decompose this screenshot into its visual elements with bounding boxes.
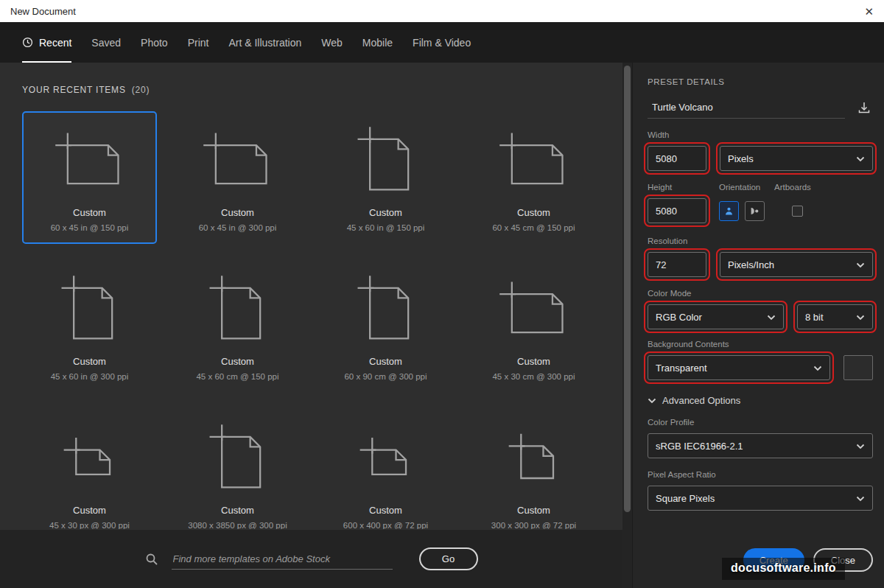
document-preset-icon	[496, 117, 572, 206]
tab-print[interactable]: Print	[188, 22, 209, 63]
background-color-swatch[interactable]	[843, 355, 873, 380]
recent-item-card[interactable]: Custom 45 x 60 in @ 300 ppi	[22, 260, 157, 393]
recent-item-title: Custom	[221, 505, 254, 516]
recent-item-card[interactable]: Custom 45 x 60 in @ 150 ppi	[318, 111, 453, 244]
resolution-label: Resolution	[648, 237, 873, 245]
color-profile-dropdown[interactable]: sRGB IEC61966-2.1	[648, 433, 873, 458]
preset-name-row	[648, 97, 873, 119]
tab-label: Photo	[141, 37, 168, 49]
document-preset-icon	[348, 415, 424, 503]
tab-saved[interactable]: Saved	[91, 22, 121, 63]
tab-label: Art & Illustration	[228, 37, 301, 49]
recent-item-card[interactable]: Custom 45 x 60 cm @ 150 ppi	[170, 260, 305, 393]
width-unit-value: Pixels	[728, 153, 754, 164]
background-contents-value: Transparent	[656, 363, 707, 374]
tab-web[interactable]: Web	[321, 22, 343, 63]
tab-label: Saved	[91, 37, 121, 49]
color-mode-dropdown[interactable]: RGB Color	[648, 304, 784, 329]
tab-label: Print	[188, 37, 209, 49]
adobe-stock-search-bar: Go	[0, 529, 622, 588]
artboards-label: Artboards	[774, 183, 811, 192]
document-name-input[interactable]	[648, 97, 845, 119]
recent-items-heading: YOUR RECENT ITEMS (20)	[22, 85, 622, 95]
orientation-landscape-button[interactable]	[745, 201, 765, 221]
stock-search-input[interactable]	[172, 549, 393, 570]
watermark: docusoftware.info	[722, 558, 845, 580]
color-mode-value: RGB Color	[656, 312, 702, 323]
recent-item-card[interactable]: Custom 60 x 45 in @ 300 ppi	[170, 111, 305, 244]
clock-icon	[22, 37, 33, 48]
document-preset-icon	[348, 266, 424, 354]
artboards-checkbox[interactable]	[792, 206, 803, 217]
tab-film-video[interactable]: Film & Video	[413, 22, 471, 63]
width-label: Width	[648, 130, 873, 139]
document-preset-icon	[52, 415, 128, 503]
background-contents-label: Background Contents	[648, 340, 873, 349]
window-title: New Document	[10, 6, 76, 17]
recent-item-title: Custom	[517, 505, 550, 516]
document-preset-icon	[200, 266, 276, 354]
tab-bar: Recent Saved Photo Print Art & Illustrat…	[0, 22, 884, 63]
recent-item-card[interactable]: Custom 3080 x 3850 px @ 300 ppi	[170, 409, 305, 542]
chevron-down-icon	[856, 493, 865, 504]
tab-mobile[interactable]: Mobile	[362, 22, 393, 63]
go-button[interactable]: Go	[419, 547, 478, 570]
recent-item-size: 60 x 45 in @ 150 ppi	[51, 223, 129, 232]
chevron-down-icon	[813, 363, 822, 374]
scrollbar[interactable]	[622, 63, 632, 588]
advanced-options-toggle[interactable]: Advanced Options	[648, 395, 873, 406]
recent-item-title: Custom	[221, 356, 254, 367]
tab-photo[interactable]: Photo	[141, 22, 168, 63]
tab-recent[interactable]: Recent	[22, 22, 71, 63]
close-icon[interactable]: ✕	[864, 6, 874, 17]
width-input[interactable]	[648, 146, 706, 171]
recent-item-card[interactable]: Custom 60 x 45 cm @ 150 ppi	[466, 111, 601, 244]
document-preset-icon	[348, 117, 424, 206]
tab-label: Web	[321, 37, 343, 49]
chevron-down-icon	[856, 441, 865, 452]
pixel-aspect-ratio-value: Square Pixels	[656, 493, 715, 504]
save-preset-icon[interactable]	[855, 99, 873, 116]
document-preset-icon	[200, 117, 276, 206]
recent-item-title: Custom	[517, 207, 550, 218]
tab-art-illustration[interactable]: Art & Illustration	[228, 22, 301, 63]
recent-item-size: 45 x 60 cm @ 150 ppi	[196, 372, 278, 381]
recent-item-title: Custom	[73, 505, 106, 516]
recent-items-grid: Custom 60 x 45 in @ 150 ppi Custom 60 x …	[22, 111, 622, 542]
bit-depth-dropdown[interactable]: 8 bit	[797, 304, 873, 329]
recent-item-card[interactable]: Custom 300 x 300 px @ 72 ppi	[466, 409, 601, 542]
recent-item-title: Custom	[517, 356, 550, 367]
tab-label: Film & Video	[413, 37, 471, 49]
recent-item-card[interactable]: Custom 60 x 45 in @ 150 ppi	[22, 111, 157, 244]
recent-item-title: Custom	[369, 505, 402, 516]
recent-item-card[interactable]: Custom 45 x 30 px @ 300 ppi	[22, 409, 157, 542]
color-profile-label: Color Profile	[648, 418, 873, 427]
chevron-down-icon	[648, 395, 656, 406]
scrollbar-thumb[interactable]	[624, 66, 631, 512]
recent-item-size: 60 x 45 in @ 300 ppi	[199, 223, 277, 232]
person-icon	[750, 206, 760, 216]
pixel-aspect-ratio-dropdown[interactable]: Square Pixels	[648, 486, 873, 511]
document-preset-icon	[52, 117, 128, 206]
bit-depth-value: 8 bit	[805, 312, 824, 323]
recent-item-title: Custom	[73, 356, 106, 367]
tab-label: Recent	[39, 37, 71, 49]
height-input[interactable]	[648, 198, 706, 223]
width-unit-dropdown[interactable]: Pixels	[720, 146, 873, 171]
resolution-unit-value: Pixels/Inch	[728, 259, 774, 270]
recent-item-size: 60 x 45 cm @ 150 ppi	[492, 223, 575, 232]
resolution-unit-dropdown[interactable]: Pixels/Inch	[720, 252, 873, 277]
resolution-input[interactable]	[648, 252, 706, 277]
chevron-down-icon	[856, 153, 865, 164]
background-contents-dropdown[interactable]: Transparent	[648, 355, 830, 380]
recent-item-card[interactable]: Custom 60 x 90 cm @ 300 ppi	[318, 260, 453, 393]
recent-item-card[interactable]: Custom 600 x 400 px @ 72 ppi	[318, 409, 453, 542]
document-preset-icon	[496, 415, 572, 503]
orientation-label: Orientation	[719, 183, 774, 192]
orientation-portrait-button[interactable]	[719, 201, 739, 221]
recent-item-size: 45 x 60 in @ 150 ppi	[347, 223, 425, 232]
document-preset-icon	[496, 266, 572, 354]
recent-item-card[interactable]: Custom 45 x 30 cm @ 300 ppi	[466, 260, 601, 393]
preset-details-panel: PRESET DETAILS Width Pixels	[632, 63, 884, 588]
color-profile-value: sRGB IEC61966-2.1	[656, 441, 743, 452]
